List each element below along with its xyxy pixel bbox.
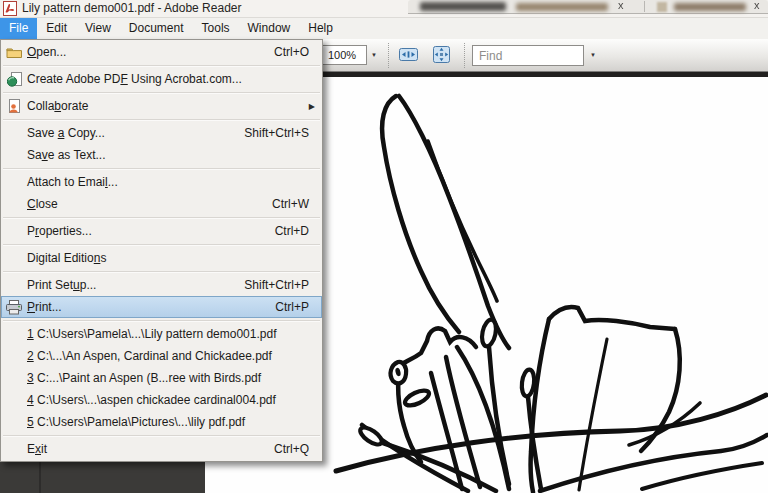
menu-item-recent-1[interactable]: 1 C:\Users\Pamela\...\Lily pattern demo0… [1, 323, 322, 345]
menu-item-label: Collaborate [27, 99, 309, 113]
blurred-tab-text [674, 3, 746, 11]
title-bar: Lily pattern demo001.pdf - Adobe Reader … [0, 0, 768, 17]
toolbar-separator [464, 43, 465, 68]
menu-item-label: Print... [27, 300, 275, 314]
menu-item-attach-to-email[interactable]: Attach to Email... [1, 171, 322, 193]
menu-item-collaborate[interactable]: Collaborate▶ [1, 95, 322, 117]
menu-item-label: 4 C:\Users\...\aspen chickadee cardinal0… [27, 393, 309, 407]
menu-item-label: Digital Editions [27, 251, 309, 265]
menu-item-recent-3[interactable]: 3 C:...\Paint an Aspen (B...ree with Bir… [1, 367, 322, 389]
menu-separator [3, 168, 320, 170]
menubar-item-document[interactable]: Document [120, 18, 193, 39]
menu-separator [3, 65, 320, 67]
menu-item-label: Exit [27, 442, 274, 456]
menu-item-save-a-copy[interactable]: Save a Copy...Shift+Ctrl+S [1, 122, 322, 144]
tab-close-icon[interactable]: x [754, 0, 760, 11]
menu-separator [3, 244, 320, 246]
menu-item-label: Attach to Email... [27, 175, 309, 189]
fit-width-icon [399, 46, 418, 67]
collaborate-icon [1, 99, 27, 114]
menu-separator [3, 435, 320, 437]
menubar-item-tools[interactable]: Tools [193, 18, 239, 39]
menu-separator [3, 217, 320, 219]
window-title: Lily pattern demo001.pdf - Adobe Reader [22, 1, 241, 15]
menu-separator [3, 119, 320, 121]
menu-separator [3, 271, 320, 273]
menu-item-close[interactable]: CloseCtrl+W [1, 193, 322, 215]
menu-item-label: 2 C:\...\An Aspen, Cardinal and Chickade… [27, 349, 309, 363]
zoom-level-box[interactable]: 100% [322, 45, 367, 65]
menubar-item-window[interactable]: Window [239, 18, 300, 39]
printer-icon [1, 300, 27, 315]
menu-item-label: 5 C:\Users\Pamela\Pictures\...\lily pdf.… [27, 415, 309, 429]
menu-item-print-setup[interactable]: Print Setup...Shift+Ctrl+P [1, 274, 322, 296]
tab-close-icon[interactable]: x [618, 0, 624, 11]
menubar-item-edit[interactable]: Edit [37, 18, 76, 39]
background-browser-tabs: x x [408, 0, 768, 14]
menu-item-open[interactable]: Open...Ctrl+O [1, 41, 322, 63]
menubar-item-view[interactable]: View [76, 18, 120, 39]
toolbar-separator [388, 43, 389, 68]
fit-page-icon [433, 46, 450, 67]
menu-item-recent-5[interactable]: 5 C:\Users\Pamela\Pictures\...\lily pdf.… [1, 411, 322, 433]
menu-shortcut: Ctrl+P [275, 300, 322, 314]
menu-item-label: Save as Text... [27, 148, 309, 162]
menu-item-properties[interactable]: Properties...Ctrl+D [1, 220, 322, 242]
pdf-icon [3, 1, 17, 16]
file-menu: Open...Ctrl+OCreate Adobe PDF Using Acro… [0, 39, 323, 462]
tab-favicon [657, 2, 667, 12]
find-input[interactable] [473, 47, 583, 66]
menu-shortcut: Ctrl+O [274, 45, 322, 59]
folder-icon [1, 46, 27, 59]
menu-item-save-as-text[interactable]: Save as Text... [1, 144, 322, 166]
menu-item-exit[interactable]: ExitCtrl+Q [1, 438, 322, 460]
menu-shortcut: Ctrl+Q [274, 442, 322, 456]
menu-shortcut: Ctrl+W [272, 197, 322, 211]
menu-item-label: Properties... [27, 224, 275, 238]
zoom-dropdown-arrow-icon[interactable]: ▼ [371, 52, 377, 58]
menu-item-print[interactable]: Print...Ctrl+P [1, 296, 322, 318]
submenu-arrow-icon: ▶ [309, 102, 322, 111]
fit-page-button[interactable] [428, 44, 454, 68]
blurred-tab-text [420, 2, 506, 11]
acrobat-icon [1, 72, 27, 87]
menu-item-label: 3 C:...\Paint an Aspen (B...ree with Bir… [27, 371, 309, 385]
menu-item-recent-2[interactable]: 2 C:\...\An Aspen, Cardinal and Chickade… [1, 345, 322, 367]
menu-separator [3, 92, 320, 94]
menubar-item-help[interactable]: Help [299, 18, 342, 39]
blurred-tab-text [516, 3, 608, 11]
menu-item-recent-4[interactable]: 4 C:\Users\...\aspen chickadee cardinal0… [1, 389, 322, 411]
menubar: FileEditViewDocumentToolsWindowHelp [0, 17, 768, 39]
menu-separator [3, 320, 320, 322]
find-box [472, 45, 584, 66]
menu-shortcut: Shift+Ctrl+P [244, 278, 322, 292]
menu-item-digital-editions[interactable]: Digital Editions [1, 247, 322, 269]
find-dropdown-arrow-icon[interactable]: ▼ [590, 52, 596, 58]
menu-item-label: Open... [27, 45, 274, 59]
tab-divider [644, 1, 645, 12]
menu-item-label: Save a Copy... [27, 126, 244, 140]
menu-shortcut: Shift+Ctrl+S [244, 126, 322, 140]
menu-shortcut: Ctrl+D [275, 224, 322, 238]
fit-width-button[interactable] [395, 44, 421, 68]
menu-item-label: Create Adobe PDF Using Acrobat.com... [27, 72, 309, 86]
menu-item-create-adobe-pdf[interactable]: Create Adobe PDF Using Acrobat.com... [1, 68, 322, 90]
menu-item-label: Print Setup... [27, 278, 244, 292]
menu-item-label: Close [27, 197, 272, 211]
menubar-item-file[interactable]: File [0, 18, 37, 39]
menu-item-label: 1 C:\Users\Pamela\...\Lily pattern demo0… [27, 327, 309, 341]
